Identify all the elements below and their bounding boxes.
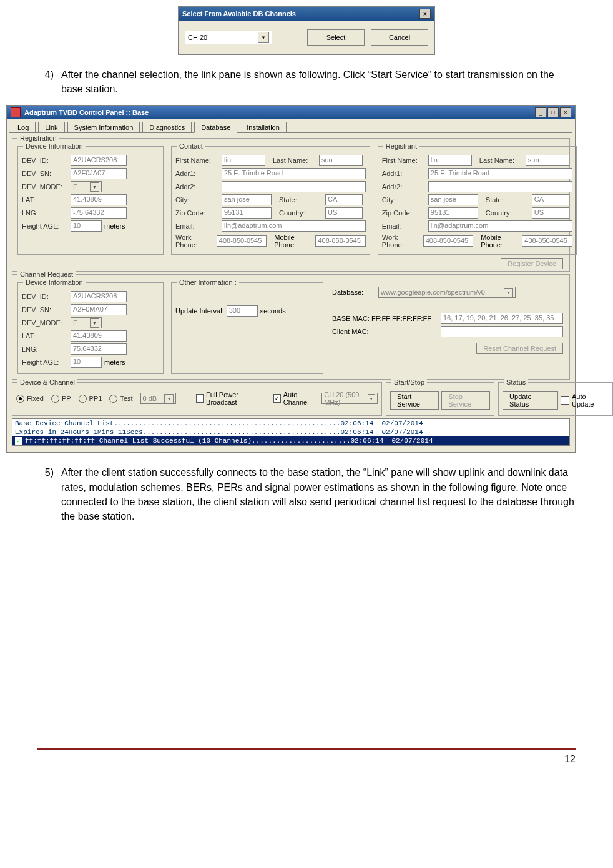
tab-diagnostics[interactable]: Diagnostics [142,122,192,132]
full-power-checkbox[interactable] [196,394,204,403]
zip-field[interactable]: 95131 [222,207,272,219]
start-service-button[interactable]: Start Service [390,391,439,410]
mobile-phone-field[interactable]: 408-850-0545 [315,235,365,247]
cr-device-info-group: Device Information DEV_ID:A2UACRS208 DEV… [17,282,164,374]
dev-sn-field: A2F0JA07 [71,168,127,179]
work-phone-field[interactable]: 408-850-0545 [217,235,267,247]
update-status-button[interactable]: Update Status [503,391,558,410]
dev-id-field: A2UACRS208 [71,155,127,166]
log-line: Base Device Channel List................… [12,419,569,428]
status-group: Status Update Status Auto Update [498,382,613,416]
lat-field: 41.40809 [71,194,127,205]
dev-mode-select[interactable]: F▼ [71,181,102,192]
dialog-title: Select From Avaiable DB Channels [182,10,296,17]
tab-system-information[interactable]: System Information [67,122,140,132]
radio-fixed[interactable]: Fixed [16,395,44,403]
chevron-down-icon: ▼ [504,288,513,297]
addr2-field[interactable] [222,181,366,192]
log-line: Expires in 24Hours 1Mins 11Secs.........… [12,428,569,436]
app-title: Adaptrum TVBD Control Panel :: Base [24,109,149,116]
database-panel: Database:www.googleapie.com/spectrum/v0▼… [330,281,566,375]
auto-channel-checkbox[interactable] [273,394,281,403]
chevron-down-icon: ▼ [90,182,99,192]
register-device-button[interactable]: Register Device [501,258,563,269]
tab-installation[interactable]: Installation [240,122,287,132]
base-mac-field: 16, 17, 19, 20, 21, 26, 27, 25, 35, 35 [441,313,563,324]
email-field[interactable]: lin@adaptrum.com [222,220,366,232]
app-icon [11,107,21,117]
close-icon[interactable]: × [419,9,431,19]
close-icon[interactable]: × [560,107,571,117]
stop-service-button[interactable]: Stop Service [441,391,490,410]
select-channel-dialog: Select From Avaiable DB Channels × CH 20… [178,6,435,55]
cancel-button[interactable]: Cancel [371,29,428,46]
addr1-field[interactable]: 25 E. Trimble Road [222,168,366,179]
tab-bar: Log Link System Information Diagnostics … [7,119,575,132]
channel-select[interactable]: CH 20 (509 MHz)▼ [321,393,378,404]
reset-channel-request-button[interactable]: Reset Channel Request [476,343,563,354]
step-4: 4) After the channel selection, the link… [37,67,576,96]
step-5: 5) After the client station successfully… [37,465,576,523]
database-select[interactable]: www.googleapie.com/spectrum/v0▼ [378,287,516,298]
select-button[interactable]: Select [307,29,365,46]
tab-link[interactable]: Link [38,122,64,132]
tab-database[interactable]: Database [194,122,237,133]
log-line-selected[interactable]: ff:ff:ff:ff:ff:ff Channel List Successfu… [12,436,569,445]
other-info-group: Other Information : Update Interval: 300… [171,282,323,374]
page-number: 12 [37,748,576,765]
first-name-field[interactable]: lin [222,155,265,166]
channel-dropdown[interactable]: CH 20 ▼ [185,31,272,44]
update-interval-field[interactable]: 300 [227,305,258,317]
country-field[interactable]: US [325,207,363,219]
lng-field: -75.64332 [71,207,127,219]
city-field[interactable]: san jose [222,194,272,205]
contact-group: Contact First Name:linLast Name:sun Addr… [171,146,370,255]
device-info-group: Device Information DEV_ID:A2UACRS208 DEV… [17,146,164,255]
minimize-icon[interactable]: _ [535,107,546,117]
start-stop-group: Start/Stop Start Service Stop Service [386,382,494,416]
registrant-group: Registrant First Name:linLast Name:sun A… [378,146,577,255]
height-agl-field: 10 [71,220,102,232]
gain-select[interactable]: 0 dB▼ [140,393,177,404]
state-field[interactable]: CA [325,194,363,205]
maximize-icon[interactable]: □ [547,107,559,117]
channel-request-group: Channel Request Device Information DEV_I… [12,274,570,380]
last-name-field[interactable]: sun [319,155,363,166]
radio-test[interactable]: Test [109,395,132,403]
device-channel-group: Device & Channel Fixed PP PP1 Test 0 dB▼… [12,382,382,416]
radio-pp1[interactable]: PP1 [79,395,102,403]
radio-pp[interactable]: PP [51,395,71,403]
log-area: Base Device Channel List................… [12,418,570,446]
tab-log[interactable]: Log [11,122,36,132]
registration-group: Registration Device Information DEV_ID:A… [12,138,570,272]
chevron-down-icon: ▼ [258,32,269,43]
auto-update-checkbox[interactable] [561,396,569,405]
client-mac-field[interactable] [441,326,563,337]
app-window: Adaptrum TVBD Control Panel :: Base _ □ … [6,105,576,453]
